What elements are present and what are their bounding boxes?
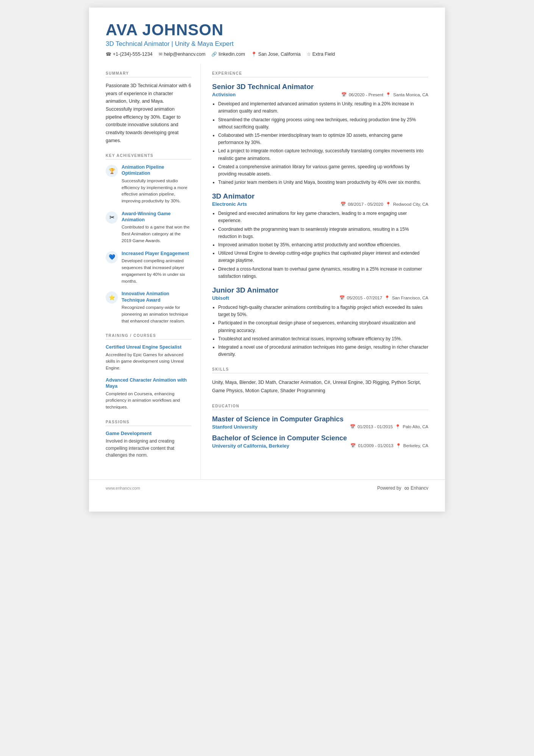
star-icon: ☆ — [307, 52, 311, 57]
degree-school-1: University of California, Berkeley — [212, 443, 289, 449]
summary-title: SUMMARY — [106, 71, 191, 77]
bullet-2-0: Produced high-quality character animatio… — [218, 304, 428, 318]
contact-location: 📍 San Jose, California — [251, 52, 301, 57]
degree-name-1: Bachelor of Science in Computer Science — [212, 434, 428, 442]
job-2: Junior 3D Animator Ubisoft 📅 05/2015 - 0… — [212, 286, 428, 358]
achievement-title-1: Award-Winning Game Animation — [122, 211, 191, 223]
bullet-1-1: Coordinated with the programming team to… — [218, 226, 428, 240]
bullet-1-3: Utilized Unreal Engine to develop cuttin… — [218, 250, 428, 264]
job-company-0: Activision — [212, 92, 236, 97]
achievements-title: KEY ACHIEVEMENTS — [106, 153, 191, 160]
job-company-2: Ubisoft — [212, 295, 229, 301]
bullet-1-0: Designed and executed animations for key… — [218, 210, 428, 224]
achievement-item-0: 🏆 Animation Pipeline Optimization Succes… — [106, 164, 191, 205]
experience-section: EXPERIENCE Senior 3D Technical Animator … — [212, 71, 428, 358]
achievement-desc-3: Recognized company-wide for pioneering a… — [122, 304, 191, 324]
right-column: EXPERIENCE Senior 3D Technical Animator … — [201, 64, 445, 479]
enhancv-logo: ∞ Enhancv — [404, 484, 428, 492]
resume-page: AVA JOHNSON 3D Technical Animator | Unit… — [89, 8, 445, 512]
training-item-1: Advanced Character Animation with Maya C… — [106, 377, 191, 411]
footer-brand: Powered by ∞ Enhancv — [377, 484, 428, 492]
achievement-item-2: 💙 Increased Player Engagement Developed … — [106, 250, 191, 285]
location-icon: 📍 — [251, 52, 257, 57]
summary-section: SUMMARY Passionate 3D Technical Animator… — [106, 71, 191, 144]
achievement-title-3: Innovative Animation Technique Award — [122, 291, 191, 303]
achievement-icon-1: ✂ — [106, 211, 118, 224]
brand-name: Enhancv — [411, 485, 428, 491]
achievement-content-2: Increased Player Engagement Developed co… — [122, 250, 191, 285]
achievement-title-2: Increased Player Engagement — [122, 250, 191, 257]
degree-meta-0: Stanford University 📅 01/2013 - 01/2015 … — [212, 424, 428, 430]
footer-website: www.enhancv.com — [106, 486, 140, 490]
passion-desc-0: Involved in designing and creating compe… — [106, 438, 191, 459]
training-section: TRAINING / COURSES Certified Unreal Engi… — [106, 333, 191, 411]
job-title-2: Junior 3D Animator — [212, 286, 428, 294]
bullet-0-2: Collaborated with 15-member interdiscipl… — [218, 132, 428, 146]
job-dates-2: 📅 05/2015 - 07/2017 📍 San Francisco, CA — [339, 295, 428, 301]
bullet-2-3: Integrated a novel use of procedural ani… — [218, 344, 428, 358]
achievement-desc-2: Developed compelling animated sequences … — [122, 258, 191, 285]
achievement-desc-1: Contributed to a game that won the Best … — [122, 224, 191, 244]
training-course-0: Certified Unreal Engine Specialist — [106, 344, 191, 350]
job-bullets-0: Developed and implemented advanced anima… — [212, 100, 428, 186]
bullet-1-4: Directed a cross-functional team to over… — [218, 266, 428, 280]
degree-meta-1: University of California, Berkeley 📅 01/… — [212, 443, 428, 449]
edu-calendar-icon-1: 📅 — [350, 443, 356, 448]
candidate-title: 3D Technical Animator | Unity & Maya Exp… — [106, 40, 428, 48]
education-title: EDUCATION — [212, 404, 428, 410]
degree-name-0: Master of Science in Computer Graphics — [212, 415, 428, 423]
header-section: AVA JOHNSON 3D Technical Animator | Unit… — [89, 8, 445, 64]
left-column: SUMMARY Passionate 3D Technical Animator… — [89, 64, 201, 479]
skills-text: Unity, Maya, Blender, 3D Math, Character… — [212, 379, 428, 395]
degree-dates-0: 📅 01/2013 - 01/2015 📍 Palo Alto, CA — [350, 424, 428, 429]
main-content: SUMMARY Passionate 3D Technical Animator… — [89, 64, 445, 479]
achievement-title-0: Animation Pipeline Optimization — [122, 164, 191, 177]
contact-email: ✉ help@enhancv.com — [159, 52, 206, 57]
achievement-desc-0: Successfully improved studio efficiency … — [122, 178, 191, 205]
passion-title-0: Game Development — [106, 430, 191, 436]
phone-icon: ☎ — [106, 52, 111, 57]
logo-icon: ∞ — [404, 484, 409, 492]
bullet-0-1: Streamlined the character rigging proces… — [218, 116, 428, 131]
summary-text: Passionate 3D Technical Animator with 6 … — [106, 82, 191, 144]
calendar-icon-0: 📅 — [341, 92, 347, 97]
edu-location-icon-1: 📍 — [396, 443, 401, 448]
contact-extra: ☆ Extra Field — [307, 52, 335, 57]
skills-section: SKILLS Unity, Maya, Blender, 3D Math, Ch… — [212, 367, 428, 395]
bullet-0-0: Developed and implemented advanced anima… — [218, 100, 428, 115]
linkedin-icon: 🔗 — [211, 52, 217, 57]
achievement-item-3: ⭐ Innovative Animation Technique Award R… — [106, 291, 191, 324]
job-title-1: 3D Animator — [212, 192, 428, 200]
training-course-1: Advanced Character Animation with Maya — [106, 377, 191, 390]
location-icon-0: 📍 — [386, 92, 391, 97]
achievement-content-3: Innovative Animation Technique Award Rec… — [122, 291, 191, 324]
email-icon: ✉ — [159, 52, 162, 57]
achievement-item-1: ✂ Award-Winning Game Animation Contribut… — [106, 211, 191, 244]
skills-title: SKILLS — [212, 367, 428, 373]
degree-0: Master of Science in Computer Graphics S… — [212, 415, 428, 430]
achievement-icon-0: 🏆 — [106, 165, 118, 177]
bullet-0-3: Led a project to integrate motion captur… — [218, 147, 428, 162]
contact-bar: ☎ +1-(234)-555-1234 ✉ help@enhancv.com 🔗… — [106, 52, 428, 57]
job-bullets-1: Designed and executed animations for key… — [212, 210, 428, 280]
job-title-0: Senior 3D Technical Animator — [212, 83, 428, 91]
powered-by-text: Powered by — [377, 485, 401, 491]
bullet-0-5: Trained junior team members in Unity and… — [218, 179, 428, 186]
training-title: TRAINING / COURSES — [106, 333, 191, 340]
bullet-2-1: Participated in the conceptual design ph… — [218, 319, 428, 334]
job-1: 3D Animator Electronic Arts 📅 08/2017 - … — [212, 192, 428, 280]
degree-1: Bachelor of Science in Computer Science … — [212, 434, 428, 449]
training-desc-1: Completed on Coursera, enhancing profici… — [106, 391, 191, 411]
degree-school-0: Stanford University — [212, 424, 258, 430]
footer: www.enhancv.com Powered by ∞ Enhancv — [89, 479, 445, 497]
location-icon-2: 📍 — [384, 295, 390, 301]
calendar-icon-1: 📅 — [340, 202, 346, 207]
experience-title: EXPERIENCE — [212, 71, 428, 77]
training-item-0: Certified Unreal Engine Specialist Accre… — [106, 344, 191, 372]
job-meta-1: Electronic Arts 📅 08/2017 - 05/2020 📍 Re… — [212, 201, 428, 207]
degree-dates-1: 📅 01/2009 - 01/2013 📍 Berkeley, CA — [350, 443, 428, 448]
job-company-1: Electronic Arts — [212, 201, 247, 207]
education-section: EDUCATION Master of Science in Computer … — [212, 404, 428, 449]
edu-location-icon-0: 📍 — [395, 424, 400, 429]
edu-calendar-icon-0: 📅 — [350, 424, 355, 429]
